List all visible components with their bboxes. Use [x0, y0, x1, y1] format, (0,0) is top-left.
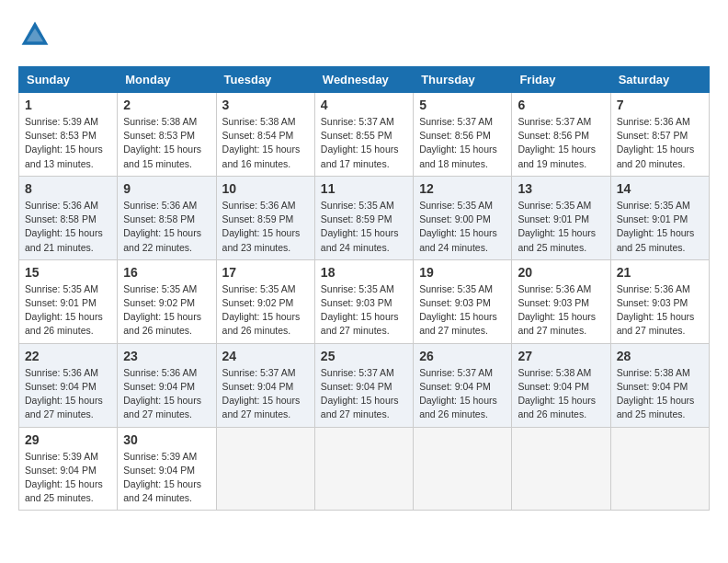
calendar-day-cell: 28Sunrise: 5:38 AMSunset: 9:04 PMDayligh… [610, 343, 709, 427]
calendar-day-cell: 26Sunrise: 5:37 AMSunset: 9:04 PMDayligh… [414, 343, 512, 427]
day-number: 15 [25, 265, 111, 280]
calendar-table: SundayMondayTuesdayWednesdayThursdayFrid… [18, 66, 710, 511]
calendar-day-cell: 29Sunrise: 5:39 AMSunset: 9:04 PMDayligh… [19, 427, 118, 511]
day-info: Sunrise: 5:35 AMSunset: 9:02 PMDaylight:… [222, 282, 309, 339]
day-info: Sunrise: 5:36 AMSunset: 9:03 PMDaylight:… [518, 282, 604, 339]
weekday-header: Thursday [414, 67, 512, 93]
day-number: 7 [617, 98, 703, 112]
calendar-week-row: 8Sunrise: 5:36 AMSunset: 8:58 PMDaylight… [19, 176, 710, 259]
logo [18, 18, 57, 52]
calendar-day-cell: 3Sunrise: 5:38 AMSunset: 8:54 PMDaylight… [216, 93, 314, 177]
calendar-day-cell: 7Sunrise: 5:36 AMSunset: 8:57 PMDaylight… [610, 93, 709, 177]
day-number: 1 [25, 98, 111, 112]
day-number: 24 [222, 349, 309, 363]
day-info: Sunrise: 5:35 AMSunset: 9:01 PMDaylight:… [617, 199, 703, 255]
calendar-day-cell: 24Sunrise: 5:37 AMSunset: 9:04 PMDayligh… [216, 343, 314, 427]
page-header [18, 18, 710, 52]
calendar-day-cell: 9Sunrise: 5:36 AMSunset: 8:58 PMDaylight… [118, 176, 216, 259]
day-number: 23 [123, 349, 210, 363]
day-number: 11 [321, 181, 407, 196]
day-number: 16 [123, 265, 210, 280]
logo-icon [18, 18, 51, 52]
day-info: Sunrise: 5:38 AMSunset: 8:54 PMDaylight:… [222, 115, 309, 171]
day-info: Sunrise: 5:35 AMSunset: 9:03 PMDaylight:… [419, 282, 506, 339]
day-info: Sunrise: 5:37 AMSunset: 9:04 PMDaylight:… [419, 366, 506, 422]
day-info: Sunrise: 5:36 AMSunset: 9:04 PMDaylight:… [123, 366, 210, 422]
day-info: Sunrise: 5:38 AMSunset: 9:04 PMDaylight:… [617, 366, 703, 422]
day-info: Sunrise: 5:36 AMSunset: 8:57 PMDaylight:… [617, 115, 703, 171]
calendar-week-row: 29Sunrise: 5:39 AMSunset: 9:04 PMDayligh… [19, 427, 710, 511]
day-info: Sunrise: 5:37 AMSunset: 9:04 PMDaylight:… [222, 366, 309, 422]
day-number: 6 [518, 98, 604, 112]
day-number: 19 [419, 265, 506, 280]
calendar-day-cell: 16Sunrise: 5:35 AMSunset: 9:02 PMDayligh… [118, 259, 216, 343]
calendar-week-row: 15Sunrise: 5:35 AMSunset: 9:01 PMDayligh… [19, 259, 710, 343]
day-number: 17 [222, 265, 309, 280]
calendar-day-cell: 22Sunrise: 5:36 AMSunset: 9:04 PMDayligh… [19, 343, 118, 427]
day-info: Sunrise: 5:38 AMSunset: 9:04 PMDaylight:… [518, 366, 604, 422]
day-info: Sunrise: 5:36 AMSunset: 8:58 PMDaylight:… [123, 199, 210, 255]
calendar-day-cell: 23Sunrise: 5:36 AMSunset: 9:04 PMDayligh… [118, 343, 216, 427]
calendar-day-cell: 2Sunrise: 5:38 AMSunset: 8:53 PMDaylight… [118, 93, 216, 177]
day-number: 2 [123, 98, 210, 112]
weekday-header: Sunday [19, 67, 118, 93]
weekday-header: Tuesday [216, 67, 314, 93]
calendar-day-cell: 10Sunrise: 5:36 AMSunset: 8:59 PMDayligh… [216, 176, 314, 259]
weekday-header: Saturday [610, 67, 709, 93]
calendar-day-cell: 18Sunrise: 5:35 AMSunset: 9:03 PMDayligh… [314, 259, 413, 343]
calendar-day-cell: 11Sunrise: 5:35 AMSunset: 8:59 PMDayligh… [314, 176, 413, 259]
calendar-day-cell: 19Sunrise: 5:35 AMSunset: 9:03 PMDayligh… [414, 259, 512, 343]
day-number: 30 [123, 432, 210, 447]
day-number: 18 [321, 265, 407, 280]
day-number: 21 [617, 265, 703, 280]
day-info: Sunrise: 5:38 AMSunset: 8:53 PMDaylight:… [123, 115, 210, 171]
calendar-day-cell [216, 427, 314, 511]
calendar-day-cell [512, 427, 610, 511]
day-info: Sunrise: 5:35 AMSunset: 8:59 PMDaylight:… [321, 199, 407, 255]
calendar-day-cell: 20Sunrise: 5:36 AMSunset: 9:03 PMDayligh… [512, 259, 610, 343]
calendar-day-cell: 4Sunrise: 5:37 AMSunset: 8:55 PMDaylight… [314, 93, 413, 177]
day-info: Sunrise: 5:37 AMSunset: 9:04 PMDaylight:… [321, 366, 407, 422]
day-info: Sunrise: 5:37 AMSunset: 8:56 PMDaylight:… [518, 115, 604, 171]
day-number: 26 [419, 349, 506, 363]
day-number: 13 [518, 181, 604, 196]
day-info: Sunrise: 5:35 AMSunset: 9:01 PMDaylight:… [518, 199, 604, 255]
day-number: 5 [419, 98, 506, 112]
calendar-day-cell: 15Sunrise: 5:35 AMSunset: 9:01 PMDayligh… [19, 259, 118, 343]
day-number: 4 [321, 98, 407, 112]
day-info: Sunrise: 5:37 AMSunset: 8:55 PMDaylight:… [321, 115, 407, 171]
calendar-day-cell: 30Sunrise: 5:39 AMSunset: 9:04 PMDayligh… [118, 427, 216, 511]
day-info: Sunrise: 5:37 AMSunset: 8:56 PMDaylight:… [419, 115, 506, 171]
day-info: Sunrise: 5:35 AMSunset: 9:02 PMDaylight:… [123, 282, 210, 339]
day-info: Sunrise: 5:39 AMSunset: 8:53 PMDaylight:… [25, 115, 111, 171]
calendar-day-cell: 6Sunrise: 5:37 AMSunset: 8:56 PMDaylight… [512, 93, 610, 177]
day-number: 9 [123, 181, 210, 196]
calendar-day-cell: 25Sunrise: 5:37 AMSunset: 9:04 PMDayligh… [314, 343, 413, 427]
calendar-week-row: 1Sunrise: 5:39 AMSunset: 8:53 PMDaylight… [19, 93, 710, 177]
day-number: 10 [222, 181, 309, 196]
day-number: 20 [518, 265, 604, 280]
day-number: 8 [25, 181, 111, 196]
calendar-week-row: 22Sunrise: 5:36 AMSunset: 9:04 PMDayligh… [19, 343, 710, 427]
day-number: 25 [321, 349, 407, 363]
day-info: Sunrise: 5:35 AMSunset: 9:00 PMDaylight:… [419, 199, 506, 255]
day-info: Sunrise: 5:35 AMSunset: 9:01 PMDaylight:… [25, 282, 111, 339]
day-info: Sunrise: 5:39 AMSunset: 9:04 PMDaylight:… [25, 450, 111, 506]
day-info: Sunrise: 5:35 AMSunset: 9:03 PMDaylight:… [321, 282, 407, 339]
calendar-day-cell: 1Sunrise: 5:39 AMSunset: 8:53 PMDaylight… [19, 93, 118, 177]
day-number: 14 [617, 181, 703, 196]
day-info: Sunrise: 5:39 AMSunset: 9:04 PMDaylight:… [123, 450, 210, 506]
day-number: 28 [617, 349, 703, 363]
day-info: Sunrise: 5:36 AMSunset: 9:04 PMDaylight:… [25, 366, 111, 422]
day-number: 12 [419, 181, 506, 196]
calendar-day-cell [610, 427, 709, 511]
day-info: Sunrise: 5:36 AMSunset: 8:58 PMDaylight:… [25, 199, 111, 255]
day-number: 27 [518, 349, 604, 363]
day-info: Sunrise: 5:36 AMSunset: 9:03 PMDaylight:… [617, 282, 703, 339]
weekday-header-row: SundayMondayTuesdayWednesdayThursdayFrid… [19, 67, 710, 93]
weekday-header: Monday [118, 67, 216, 93]
day-number: 29 [25, 432, 111, 447]
day-info: Sunrise: 5:36 AMSunset: 8:59 PMDaylight:… [222, 199, 309, 255]
calendar-day-cell: 21Sunrise: 5:36 AMSunset: 9:03 PMDayligh… [610, 259, 709, 343]
calendar-day-cell: 27Sunrise: 5:38 AMSunset: 9:04 PMDayligh… [512, 343, 610, 427]
